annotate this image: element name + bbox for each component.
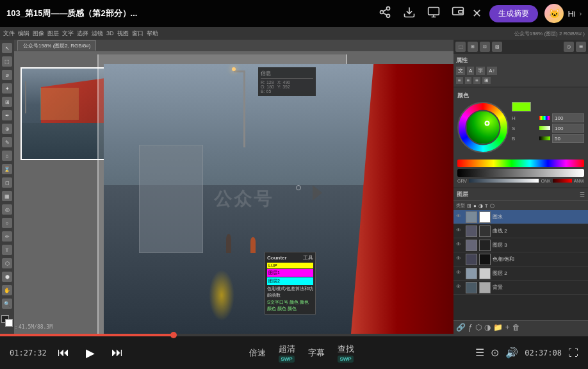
color-wheel-container[interactable] <box>457 102 509 156</box>
layer-adj-btn[interactable]: ◑ <box>484 323 491 332</box>
layer-item-5[interactable]: 👁 图层 2 <box>453 266 588 281</box>
sat-input[interactable] <box>552 124 584 133</box>
onk-slider[interactable] <box>553 179 572 183</box>
color-wheel[interactable] <box>457 102 509 153</box>
ps-menu-help[interactable]: 帮助 <box>147 29 158 38</box>
color-fg-preview[interactable] <box>512 102 531 111</box>
ps-tool-blur[interactable]: ◎ <box>2 204 12 215</box>
ps-tool-eyedrop[interactable]: ✒ <box>2 110 12 120</box>
ps-align-left[interactable]: ≡ <box>456 77 463 84</box>
color-spectrum[interactable] <box>457 160 584 167</box>
ps-menu-filter[interactable]: 滤镜 <box>92 29 103 38</box>
ps-menu-type[interactable]: 文字 <box>62 29 74 38</box>
play-button[interactable]: ▶ <box>80 343 101 363</box>
layer-eye-1[interactable]: 👁 <box>456 213 464 221</box>
ps-icon-3[interactable]: ⊡ <box>480 42 490 52</box>
ps-icon-4[interactable]: ▨ <box>492 42 502 52</box>
ps-tool-magic[interactable]: ✦ <box>2 83 12 94</box>
layers-filter-text[interactable]: T <box>485 203 488 209</box>
layer-eye-3[interactable]: 👁 <box>456 242 464 249</box>
ps-doc-tab-label[interactable]: 公众号198% (图层2, RGB/8#) <box>17 40 96 51</box>
ps-tool-move[interactable]: ↖ <box>2 43 12 53</box>
cast-icon[interactable] <box>427 6 440 22</box>
hue-input[interactable] <box>552 113 584 122</box>
layer-eye-2[interactable]: 👁 <box>456 227 464 235</box>
layer-item-6[interactable]: 👁 背景 <box>453 281 588 295</box>
ps-tool-gradient[interactable]: ▦ <box>2 191 12 201</box>
ps-menu-layer[interactable]: 图层 <box>47 29 59 38</box>
ps-menu-select[interactable]: 选择 <box>77 29 88 38</box>
layers-filter-shape[interactable]: ⬡ <box>490 203 494 209</box>
close-button[interactable]: ✕ <box>472 6 482 20</box>
ps-tool-type[interactable]: T <box>2 245 12 255</box>
hd-button[interactable]: 超清 SWP <box>279 343 295 363</box>
ps-icon-5[interactable]: ◷ <box>564 42 574 52</box>
layer-mask-btn[interactable]: ⬡ <box>475 323 482 332</box>
ps-tool-lasso[interactable]: ⌀ <box>2 70 12 80</box>
ps-text-btn-3[interactable]: 字 <box>476 67 485 75</box>
grv-slider[interactable] <box>469 179 539 183</box>
ps-tool-path[interactable]: ⬡ <box>2 258 12 268</box>
ps-tool-pen[interactable]: ✏ <box>2 231 12 242</box>
layers-filter-adj[interactable]: ◑ <box>478 203 483 209</box>
ps-tool-heal[interactable]: ⊕ <box>2 124 12 134</box>
ps-tool-stamp[interactable]: ⌂ <box>2 151 12 161</box>
layer-link-btn[interactable]: 🔗 <box>456 323 466 332</box>
layers-panel-menu[interactable]: ☰ <box>580 192 585 198</box>
ps-tool-history[interactable]: ⌛ <box>2 164 12 174</box>
search-button[interactable]: 查找 SWP <box>338 343 354 363</box>
danmu-button[interactable]: ⊙ <box>491 347 499 359</box>
layer-group-btn[interactable]: 📁 <box>493 323 503 332</box>
ps-tool-crop[interactable]: ⊞ <box>2 97 12 107</box>
ps-icon-2[interactable]: ⊞ <box>468 42 478 52</box>
ps-foreground-color[interactable] <box>1 315 13 327</box>
hue-slider[interactable] <box>539 116 550 120</box>
layer-new-btn[interactable]: + <box>505 323 510 332</box>
next-button[interactable]: ⏭ <box>107 343 127 363</box>
panel-collapse-arrow[interactable] <box>313 185 322 201</box>
layer-eye-5[interactable]: 👁 <box>456 270 464 277</box>
layer-item-1[interactable]: 👁 图水 <box>453 210 588 224</box>
pip-icon[interactable] <box>452 6 464 22</box>
ps-align-right[interactable]: ≡ <box>473 77 480 84</box>
ps-tool-select[interactable]: ⬚ <box>2 56 12 67</box>
ps-tool-zoom[interactable]: 🔍 <box>2 299 12 309</box>
ps-tool-brush[interactable]: ✎ <box>2 137 12 147</box>
ps-text-btn-2[interactable]: A <box>467 67 474 75</box>
ps-menu-view[interactable]: 视图 <box>117 29 129 38</box>
layer-item-2[interactable]: 👁 曲线 2 <box>453 224 588 238</box>
ps-icon-1[interactable]: ⬚ <box>455 42 466 52</box>
user-menu[interactable]: 🐱 Hi › <box>544 4 582 23</box>
layer-item-3[interactable]: 👁 图层 3 <box>453 238 588 252</box>
prev-button[interactable]: ⏮ <box>53 343 74 363</box>
layer-style-btn[interactable]: ƒ <box>468 323 473 332</box>
layer-eye-6[interactable]: 👁 <box>456 284 464 291</box>
ps-tool-hand[interactable]: ✋ <box>2 285 12 295</box>
progress-bar[interactable] <box>0 334 588 336</box>
layer-eye-4[interactable]: 👁 <box>456 256 464 263</box>
speed-button[interactable]: 倍速 <box>249 347 266 359</box>
ps-menu-file[interactable]: 文件 <box>3 29 15 38</box>
ps-menu-3d[interactable]: 3D <box>106 30 114 37</box>
bright-slider[interactable] <box>539 136 550 140</box>
ps-align-center[interactable]: ≡ <box>465 77 472 84</box>
layers-filter-color[interactable]: ● <box>473 203 477 209</box>
layer-delete-btn[interactable]: 🗑 <box>512 323 520 332</box>
ps-tool-shape[interactable]: ⬢ <box>2 272 12 282</box>
ps-text-btn-4[interactable]: A↑ <box>487 67 496 75</box>
summary-button[interactable]: 生成摘要 <box>489 5 538 22</box>
download-icon[interactable] <box>403 6 416 22</box>
ps-menu-window[interactable]: 窗口 <box>132 29 143 38</box>
ps-justify[interactable]: ⊞ <box>482 77 491 84</box>
layer-item-4[interactable]: 👁 色相/饱和 <box>453 252 588 266</box>
volume-button[interactable]: 🔊 <box>505 347 518 359</box>
fullscreen-button[interactable]: ⛶ <box>568 347 578 359</box>
ps-text-btn-1[interactable]: 文 <box>456 67 465 75</box>
list-button[interactable]: ☰ <box>475 347 484 359</box>
ps-menu-image[interactable]: 图像 <box>33 29 44 38</box>
ps-icon-6[interactable]: ☰ <box>576 42 586 52</box>
gray-spectrum[interactable] <box>457 169 584 177</box>
layers-filter-icon[interactable]: ⊞ <box>467 203 471 209</box>
ps-menu-edit[interactable]: 编辑 <box>18 29 29 38</box>
bright-input[interactable] <box>552 134 584 143</box>
